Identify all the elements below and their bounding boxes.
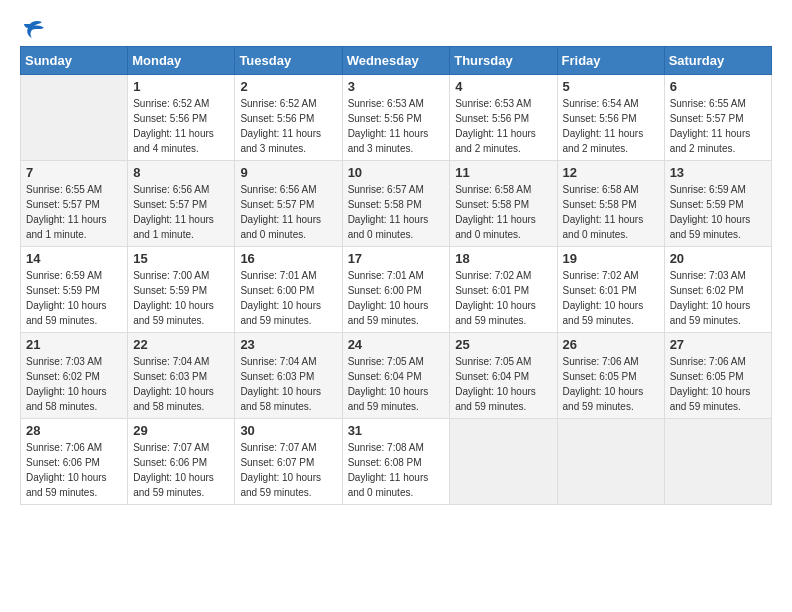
day-number: 1 <box>133 79 229 94</box>
calendar-cell: 12Sunrise: 6:58 AMSunset: 5:58 PMDayligh… <box>557 161 664 247</box>
weekday-header-sunday: Sunday <box>21 47 128 75</box>
calendar-cell: 5Sunrise: 6:54 AMSunset: 5:56 PMDaylight… <box>557 75 664 161</box>
day-info: Sunrise: 6:52 AMSunset: 5:56 PMDaylight:… <box>240 96 336 156</box>
calendar-cell: 3Sunrise: 6:53 AMSunset: 5:56 PMDaylight… <box>342 75 450 161</box>
day-info: Sunrise: 7:03 AMSunset: 6:02 PMDaylight:… <box>26 354 122 414</box>
day-number: 2 <box>240 79 336 94</box>
day-number: 5 <box>563 79 659 94</box>
calendar-cell: 24Sunrise: 7:05 AMSunset: 6:04 PMDayligh… <box>342 333 450 419</box>
day-number: 27 <box>670 337 766 352</box>
calendar-cell: 29Sunrise: 7:07 AMSunset: 6:06 PMDayligh… <box>128 419 235 505</box>
calendar-cell: 13Sunrise: 6:59 AMSunset: 5:59 PMDayligh… <box>664 161 771 247</box>
day-number: 20 <box>670 251 766 266</box>
day-number: 12 <box>563 165 659 180</box>
day-number: 3 <box>348 79 445 94</box>
day-info: Sunrise: 6:53 AMSunset: 5:56 PMDaylight:… <box>348 96 445 156</box>
calendar-cell <box>557 419 664 505</box>
day-info: Sunrise: 6:56 AMSunset: 5:57 PMDaylight:… <box>133 182 229 242</box>
calendar-week-row: 7Sunrise: 6:55 AMSunset: 5:57 PMDaylight… <box>21 161 772 247</box>
calendar-cell: 25Sunrise: 7:05 AMSunset: 6:04 PMDayligh… <box>450 333 557 419</box>
calendar-cell: 7Sunrise: 6:55 AMSunset: 5:57 PMDaylight… <box>21 161 128 247</box>
day-info: Sunrise: 7:03 AMSunset: 6:02 PMDaylight:… <box>670 268 766 328</box>
weekday-header-wednesday: Wednesday <box>342 47 450 75</box>
day-number: 13 <box>670 165 766 180</box>
day-info: Sunrise: 7:05 AMSunset: 6:04 PMDaylight:… <box>455 354 551 414</box>
day-number: 29 <box>133 423 229 438</box>
calendar-cell: 20Sunrise: 7:03 AMSunset: 6:02 PMDayligh… <box>664 247 771 333</box>
day-info: Sunrise: 6:59 AMSunset: 5:59 PMDaylight:… <box>26 268 122 328</box>
day-info: Sunrise: 6:55 AMSunset: 5:57 PMDaylight:… <box>670 96 766 156</box>
calendar-cell <box>21 75 128 161</box>
calendar-cell: 28Sunrise: 7:06 AMSunset: 6:06 PMDayligh… <box>21 419 128 505</box>
day-info: Sunrise: 6:52 AMSunset: 5:56 PMDaylight:… <box>133 96 229 156</box>
calendar-week-row: 14Sunrise: 6:59 AMSunset: 5:59 PMDayligh… <box>21 247 772 333</box>
logo <box>20 20 46 36</box>
day-number: 22 <box>133 337 229 352</box>
day-number: 21 <box>26 337 122 352</box>
calendar-cell: 22Sunrise: 7:04 AMSunset: 6:03 PMDayligh… <box>128 333 235 419</box>
day-info: Sunrise: 7:04 AMSunset: 6:03 PMDaylight:… <box>240 354 336 414</box>
day-info: Sunrise: 7:01 AMSunset: 6:00 PMDaylight:… <box>348 268 445 328</box>
day-number: 19 <box>563 251 659 266</box>
day-number: 6 <box>670 79 766 94</box>
day-info: Sunrise: 6:58 AMSunset: 5:58 PMDaylight:… <box>563 182 659 242</box>
day-info: Sunrise: 6:53 AMSunset: 5:56 PMDaylight:… <box>455 96 551 156</box>
day-number: 4 <box>455 79 551 94</box>
day-info: Sunrise: 7:04 AMSunset: 6:03 PMDaylight:… <box>133 354 229 414</box>
day-number: 31 <box>348 423 445 438</box>
calendar-week-row: 28Sunrise: 7:06 AMSunset: 6:06 PMDayligh… <box>21 419 772 505</box>
calendar-cell: 11Sunrise: 6:58 AMSunset: 5:58 PMDayligh… <box>450 161 557 247</box>
day-number: 17 <box>348 251 445 266</box>
calendar-cell: 1Sunrise: 6:52 AMSunset: 5:56 PMDaylight… <box>128 75 235 161</box>
calendar-cell: 21Sunrise: 7:03 AMSunset: 6:02 PMDayligh… <box>21 333 128 419</box>
day-number: 11 <box>455 165 551 180</box>
day-number: 25 <box>455 337 551 352</box>
weekday-header-saturday: Saturday <box>664 47 771 75</box>
day-number: 9 <box>240 165 336 180</box>
calendar-cell: 30Sunrise: 7:07 AMSunset: 6:07 PMDayligh… <box>235 419 342 505</box>
day-info: Sunrise: 6:57 AMSunset: 5:58 PMDaylight:… <box>348 182 445 242</box>
day-number: 15 <box>133 251 229 266</box>
day-info: Sunrise: 7:06 AMSunset: 6:05 PMDaylight:… <box>563 354 659 414</box>
day-number: 10 <box>348 165 445 180</box>
calendar-cell: 17Sunrise: 7:01 AMSunset: 6:00 PMDayligh… <box>342 247 450 333</box>
calendar-cell: 31Sunrise: 7:08 AMSunset: 6:08 PMDayligh… <box>342 419 450 505</box>
day-number: 8 <box>133 165 229 180</box>
logo-bird-icon <box>22 20 44 40</box>
calendar-week-row: 21Sunrise: 7:03 AMSunset: 6:02 PMDayligh… <box>21 333 772 419</box>
day-info: Sunrise: 7:02 AMSunset: 6:01 PMDaylight:… <box>563 268 659 328</box>
day-number: 24 <box>348 337 445 352</box>
calendar-cell: 10Sunrise: 6:57 AMSunset: 5:58 PMDayligh… <box>342 161 450 247</box>
calendar-cell: 27Sunrise: 7:06 AMSunset: 6:05 PMDayligh… <box>664 333 771 419</box>
day-number: 7 <box>26 165 122 180</box>
day-number: 30 <box>240 423 336 438</box>
weekday-header-thursday: Thursday <box>450 47 557 75</box>
calendar-cell: 18Sunrise: 7:02 AMSunset: 6:01 PMDayligh… <box>450 247 557 333</box>
calendar-cell: 15Sunrise: 7:00 AMSunset: 5:59 PMDayligh… <box>128 247 235 333</box>
calendar-cell: 19Sunrise: 7:02 AMSunset: 6:01 PMDayligh… <box>557 247 664 333</box>
calendar-cell: 16Sunrise: 7:01 AMSunset: 6:00 PMDayligh… <box>235 247 342 333</box>
day-info: Sunrise: 7:05 AMSunset: 6:04 PMDaylight:… <box>348 354 445 414</box>
calendar-cell: 9Sunrise: 6:56 AMSunset: 5:57 PMDaylight… <box>235 161 342 247</box>
calendar-cell: 26Sunrise: 7:06 AMSunset: 6:05 PMDayligh… <box>557 333 664 419</box>
calendar-cell: 6Sunrise: 6:55 AMSunset: 5:57 PMDaylight… <box>664 75 771 161</box>
calendar-cell: 23Sunrise: 7:04 AMSunset: 6:03 PMDayligh… <box>235 333 342 419</box>
weekday-header-friday: Friday <box>557 47 664 75</box>
day-number: 28 <box>26 423 122 438</box>
day-info: Sunrise: 7:06 AMSunset: 6:05 PMDaylight:… <box>670 354 766 414</box>
day-info: Sunrise: 7:06 AMSunset: 6:06 PMDaylight:… <box>26 440 122 500</box>
calendar-week-row: 1Sunrise: 6:52 AMSunset: 5:56 PMDaylight… <box>21 75 772 161</box>
day-number: 16 <box>240 251 336 266</box>
day-number: 26 <box>563 337 659 352</box>
weekday-header-tuesday: Tuesday <box>235 47 342 75</box>
calendar-cell: 4Sunrise: 6:53 AMSunset: 5:56 PMDaylight… <box>450 75 557 161</box>
day-number: 23 <box>240 337 336 352</box>
weekday-header-row: SundayMondayTuesdayWednesdayThursdayFrid… <box>21 47 772 75</box>
day-info: Sunrise: 7:08 AMSunset: 6:08 PMDaylight:… <box>348 440 445 500</box>
calendar-table: SundayMondayTuesdayWednesdayThursdayFrid… <box>20 46 772 505</box>
day-info: Sunrise: 6:58 AMSunset: 5:58 PMDaylight:… <box>455 182 551 242</box>
calendar-cell: 2Sunrise: 6:52 AMSunset: 5:56 PMDaylight… <box>235 75 342 161</box>
day-number: 18 <box>455 251 551 266</box>
day-info: Sunrise: 7:01 AMSunset: 6:00 PMDaylight:… <box>240 268 336 328</box>
day-info: Sunrise: 7:00 AMSunset: 5:59 PMDaylight:… <box>133 268 229 328</box>
